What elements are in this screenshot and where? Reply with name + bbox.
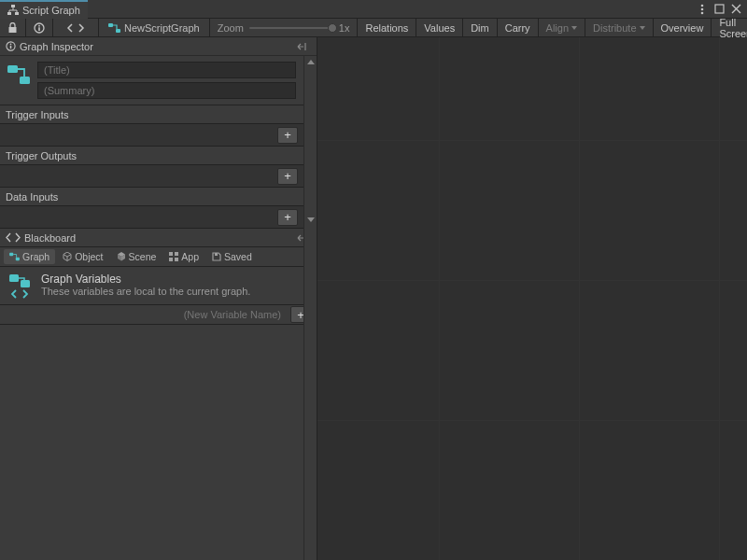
svg-rect-2: [15, 12, 19, 15]
scroll-down-icon: [307, 217, 315, 222]
panel-scrollbar[interactable]: [303, 56, 317, 560]
toolbar: NewScriptGraph Zoom 1x Relations Values …: [0, 19, 747, 37]
breadcrumb[interactable]: NewScriptGraph: [99, 19, 210, 36]
title-bar: Script Graph: [0, 0, 747, 19]
svg-point-14: [10, 44, 12, 46]
info-icon: [6, 41, 16, 51]
grid-icon: [169, 252, 178, 261]
svg-rect-22: [169, 258, 173, 261]
graph-canvas[interactable]: [317, 37, 747, 560]
svg-point-5: [701, 11, 704, 14]
graph-icon: [6, 62, 32, 88]
relations-button[interactable]: Relations: [358, 19, 416, 36]
svg-rect-17: [20, 77, 30, 84]
graph-title-input[interactable]: [37, 62, 296, 78]
graph-icon: [108, 22, 120, 34]
add-trigger-output-button[interactable]: +: [277, 168, 298, 185]
save-icon: [212, 252, 221, 261]
svg-rect-7: [9, 27, 17, 33]
blackboard-title: Blackboard: [24, 232, 76, 244]
carry-button[interactable]: Carry: [498, 19, 539, 36]
blackboard-header: Blackboard: [0, 228, 317, 246]
zoom-control: Zoom 1x: [210, 19, 359, 36]
zoom-slider-knob[interactable]: [328, 23, 337, 33]
graph-variables-title: Graph Variables: [41, 273, 250, 286]
inspector-title: Graph Inspector: [20, 41, 93, 52]
graph-variables-subtitle: These variables are local to the current…: [41, 286, 250, 297]
svg-rect-23: [175, 258, 178, 261]
cube-icon: [63, 252, 72, 261]
section-data-inputs-body: +: [0, 205, 303, 228]
svg-rect-12: [116, 29, 120, 33]
svg-rect-0: [11, 5, 15, 7]
new-variable-input[interactable]: [163, 307, 285, 322]
tab-app[interactable]: App: [163, 249, 204, 264]
svg-point-3: [701, 4, 704, 7]
maximize-icon[interactable]: [713, 4, 725, 15]
svg-point-4: [701, 7, 704, 10]
svg-rect-10: [38, 27, 40, 31]
zoom-label: Zoom: [218, 22, 244, 34]
svg-rect-15: [10, 46, 11, 49]
overview-button[interactable]: Overview: [654, 19, 712, 36]
dim-button[interactable]: Dim: [463, 19, 498, 36]
collapse-button[interactable]: [294, 39, 311, 54]
svg-rect-19: [16, 258, 20, 260]
section-trigger-inputs: Trigger Inputs: [0, 105, 303, 123]
svg-rect-24: [215, 253, 218, 256]
code-button[interactable]: [53, 19, 99, 36]
blackboard-tabs: Graph Object Scene App Saved: [0, 246, 317, 267]
svg-rect-1: [7, 12, 11, 15]
lock-button[interactable]: [0, 19, 26, 36]
svg-rect-21: [175, 252, 178, 256]
values-button[interactable]: Values: [416, 19, 463, 36]
hierarchy-icon: [7, 5, 19, 16]
graph-inspector-header: Graph Inspector: [0, 37, 317, 56]
chevron-down-icon: [571, 26, 577, 30]
kebab-icon[interactable]: [697, 4, 708, 15]
section-trigger-inputs-body: +: [0, 123, 303, 146]
zoom-value: 1x: [339, 22, 350, 34]
graph-variables-block: Graph Variables These variables are loca…: [0, 267, 317, 304]
svg-rect-16: [7, 65, 18, 73]
graph-variables-icon: [7, 273, 34, 299]
add-trigger-input-button[interactable]: +: [277, 127, 298, 144]
zoom-slider[interactable]: [249, 27, 333, 29]
tab-graph[interactable]: Graph: [4, 249, 55, 264]
svg-rect-11: [108, 23, 113, 27]
scene-icon: [117, 252, 126, 261]
scroll-up-icon: [307, 60, 315, 64]
svg-rect-20: [169, 252, 173, 256]
tab-object[interactable]: Object: [57, 249, 108, 264]
align-dropdown[interactable]: Align: [539, 19, 585, 36]
section-trigger-outputs: Trigger Outputs: [0, 146, 303, 164]
breadcrumb-label: NewScriptGraph: [124, 22, 200, 34]
window-tab-script-graph[interactable]: Script Graph: [0, 0, 88, 19]
add-data-input-button[interactable]: +: [277, 209, 298, 226]
fullscreen-button[interactable]: Full Screen: [712, 19, 747, 36]
left-panel: Graph Inspector Trigger Inputs + Trigger…: [0, 37, 317, 560]
code-icon: [6, 232, 21, 243]
section-data-inputs: Data Inputs: [0, 187, 303, 205]
svg-rect-18: [9, 253, 13, 256]
svg-rect-6: [715, 5, 724, 13]
svg-rect-26: [21, 280, 30, 287]
new-variable-row: +: [0, 304, 317, 325]
code-icon: [66, 22, 85, 34]
svg-point-9: [38, 24, 40, 26]
info-icon: [34, 22, 45, 34]
svg-rect-25: [9, 274, 19, 282]
lock-icon: [7, 22, 18, 34]
close-icon[interactable]: [730, 4, 741, 15]
graph-title-block: [0, 56, 303, 105]
tab-label: Script Graph: [22, 5, 80, 16]
distribute-dropdown[interactable]: Distribute: [585, 19, 653, 36]
section-trigger-outputs-body: +: [0, 164, 303, 187]
info-button[interactable]: [26, 19, 53, 36]
chevron-down-icon: [640, 26, 645, 30]
tab-scene[interactable]: Scene: [111, 249, 162, 264]
graph-summary-input[interactable]: [37, 82, 296, 99]
tab-saved[interactable]: Saved: [206, 249, 258, 264]
